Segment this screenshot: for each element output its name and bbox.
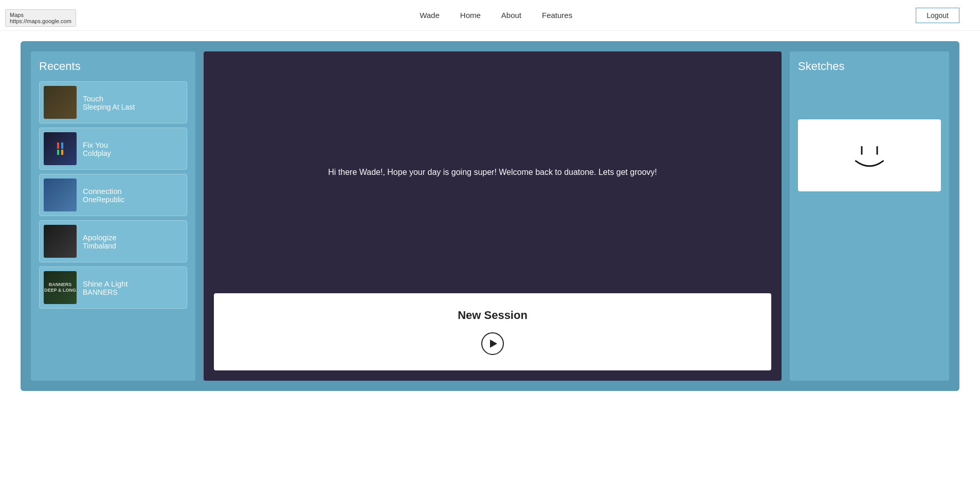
nav-home[interactable]: Home bbox=[460, 11, 481, 20]
artist-name-fix-you: Coldplay bbox=[83, 149, 111, 157]
artist-name-shine: BANNERS bbox=[83, 288, 128, 296]
track-name-fix-you: Fix You bbox=[83, 140, 111, 149]
svg-rect-3 bbox=[61, 150, 63, 155]
play-icon bbox=[490, 340, 497, 348]
svg-rect-0 bbox=[57, 143, 59, 149]
album-art-fix-you bbox=[44, 132, 77, 165]
smiley-card[interactable] bbox=[798, 119, 941, 191]
nav: Wade Home About Features bbox=[420, 11, 572, 20]
header: duatone Wade Home About Features Logout bbox=[0, 0, 980, 31]
new-session-card[interactable]: New Session bbox=[214, 293, 771, 370]
track-name-apologize: Apologize bbox=[83, 233, 117, 242]
smiley-face bbox=[844, 135, 895, 176]
album-art-touch bbox=[44, 86, 77, 119]
main-container: Recents Touch Sleeping At Last bbox=[21, 41, 959, 391]
nav-features[interactable]: Features bbox=[542, 11, 572, 20]
album-art-apologize bbox=[44, 225, 77, 258]
play-button[interactable] bbox=[481, 332, 504, 355]
artist-name-touch: Sleeping At Last bbox=[83, 103, 135, 111]
sketches-title: Sketches bbox=[798, 60, 941, 73]
album-art-shine: BANNERSDEEP & LONG bbox=[44, 271, 77, 304]
recent-item-apologize[interactable]: Apologize Timbaland bbox=[39, 220, 187, 262]
sketches-panel: Sketches bbox=[790, 51, 949, 381]
recents-title: Recents bbox=[39, 60, 187, 73]
welcome-section: Hi there Wade!, Hope your day is going s… bbox=[313, 51, 672, 293]
artist-name-apologize: Timbaland bbox=[83, 242, 117, 250]
recents-list: Touch Sleeping At Last bbox=[39, 81, 187, 309]
track-name-shine: Shine A Light bbox=[83, 279, 128, 288]
main-wrapper: Recents Touch Sleeping At Last bbox=[0, 31, 980, 412]
tooltip-line1: Maps bbox=[10, 12, 71, 18]
recent-item-shine[interactable]: BANNERSDEEP & LONG Shine A Light BANNERS bbox=[39, 266, 187, 309]
track-info-fix-you: Fix You Coldplay bbox=[83, 140, 111, 157]
track-name-connection: Connection bbox=[83, 187, 124, 195]
recent-item-connection[interactable]: Connection OneRepublic bbox=[39, 174, 187, 216]
nav-wade[interactable]: Wade bbox=[420, 11, 440, 20]
browser-tooltip: Maps https://maps.google.com bbox=[5, 9, 76, 27]
logout-button[interactable]: Logout bbox=[916, 8, 959, 23]
welcome-text: Hi there Wade!, Hope your day is going s… bbox=[328, 166, 657, 179]
track-info-connection: Connection OneRepublic bbox=[83, 187, 124, 204]
track-name-touch: Touch bbox=[83, 94, 135, 103]
svg-rect-2 bbox=[57, 150, 59, 155]
new-session-label: New Session bbox=[234, 309, 751, 322]
track-info-apologize: Apologize Timbaland bbox=[83, 233, 117, 250]
recent-item-fix-you[interactable]: Fix You Coldplay bbox=[39, 128, 187, 170]
nav-about[interactable]: About bbox=[501, 11, 521, 20]
recents-panel: Recents Touch Sleeping At Last bbox=[31, 51, 195, 381]
svg-rect-1 bbox=[61, 143, 63, 149]
tooltip-line2: https://maps.google.com bbox=[10, 18, 71, 24]
track-info-touch: Touch Sleeping At Last bbox=[83, 94, 135, 111]
artist-name-connection: OneRepublic bbox=[83, 195, 124, 204]
album-art-connection bbox=[44, 179, 77, 211]
center-panel: Hi there Wade!, Hope your day is going s… bbox=[204, 51, 782, 381]
recent-item-touch[interactable]: Touch Sleeping At Last bbox=[39, 81, 187, 123]
track-info-shine: Shine A Light BANNERS bbox=[83, 279, 128, 296]
